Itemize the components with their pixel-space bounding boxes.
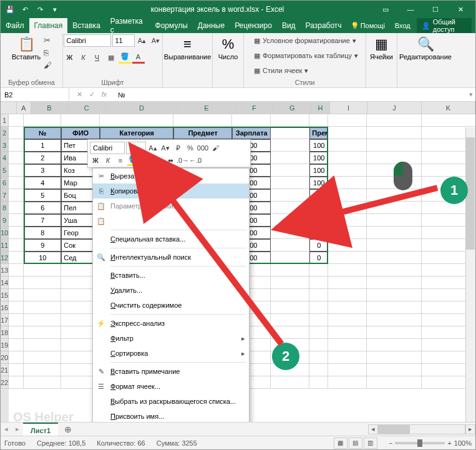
cell[interactable]: 100 — [309, 139, 328, 152]
font-size-combo[interactable]: 11 — [112, 34, 135, 47]
redo-icon[interactable]: ↷ — [33, 2, 47, 16]
cell[interactable] — [271, 189, 309, 202]
underline-button[interactable]: Ч — [91, 51, 104, 64]
cell[interactable] — [24, 314, 61, 326]
cell[interactable] — [328, 376, 367, 389]
format-painter-icon[interactable]: 🖌 — [44, 59, 52, 71]
cell[interactable] — [422, 114, 475, 127]
cell[interactable]: 7 — [24, 214, 61, 227]
add-sheet-icon[interactable]: ⊕ — [58, 424, 78, 434]
share-button[interactable]: 👤 Общий доступ — [417, 18, 472, 33]
cell[interactable] — [328, 289, 367, 301]
cell[interactable] — [309, 326, 328, 339]
cell[interactable] — [328, 364, 367, 376]
context-menu-item[interactable]: Удалить... — [93, 283, 249, 298]
cell[interactable] — [271, 127, 309, 139]
cancel-formula-icon[interactable]: ✕ — [74, 90, 84, 99]
cell[interactable] — [328, 351, 367, 364]
minimize-icon[interactable]: — — [398, 1, 423, 18]
expand-formula-icon[interactable]: ▾ — [467, 90, 475, 99]
cell[interactable]: Категория — [100, 127, 173, 139]
cell[interactable]: 100 — [309, 214, 328, 227]
context-menu-item[interactable]: 📋Параметры вставки: — [93, 198, 249, 213]
font-color-button[interactable]: A — [132, 51, 145, 64]
cell[interactable] — [24, 114, 61, 127]
col-header[interactable]: K — [422, 102, 475, 114]
cell[interactable] — [309, 351, 328, 364]
tell-me[interactable]: 💡 Помощі — [347, 22, 389, 30]
cell[interactable] — [9, 301, 24, 314]
col-header[interactable]: G — [273, 102, 311, 114]
mini-bold-icon[interactable]: Ж — [90, 155, 101, 166]
font-shrink-icon[interactable]: A▾ — [150, 34, 162, 47]
cell[interactable] — [367, 376, 422, 389]
cell[interactable] — [328, 214, 367, 227]
cell[interactable] — [328, 127, 367, 139]
cell[interactable] — [9, 276, 24, 289]
row-header[interactable]: 22 — [1, 376, 9, 389]
cell[interactable] — [271, 376, 309, 389]
cell[interactable]: 0 — [309, 239, 328, 252]
cell[interactable]: 8 — [24, 227, 61, 239]
row-header[interactable]: 2 — [1, 127, 9, 139]
cell[interactable] — [309, 364, 328, 376]
context-menu-item[interactable]: 🔍Интеллектуальный поиск — [93, 250, 249, 265]
cell[interactable] — [309, 264, 328, 276]
number-button[interactable]: %Число — [213, 34, 243, 62]
cell[interactable]: 9 — [24, 239, 61, 252]
cell[interactable] — [24, 364, 61, 376]
row-header[interactable]: 16 — [1, 301, 9, 314]
cell[interactable]: 10 — [24, 252, 61, 264]
view-layout-icon[interactable]: ▤ — [349, 438, 362, 449]
context-menu-item[interactable]: ☰Формат ячеек... — [93, 379, 249, 394]
cell[interactable] — [9, 326, 24, 339]
mini-italic-icon[interactable]: К — [102, 155, 114, 166]
cell[interactable] — [367, 301, 422, 314]
cell[interactable] — [9, 239, 24, 252]
bold-button[interactable]: Ж — [64, 51, 76, 64]
row-header[interactable]: 7 — [1, 189, 9, 202]
col-header[interactable]: F — [236, 102, 274, 114]
cell[interactable] — [61, 114, 100, 127]
mini-currency-icon[interactable]: ₽ — [172, 142, 183, 154]
cell[interactable]: 0 — [309, 202, 328, 214]
mini-align-icon[interactable]: ≡ — [115, 155, 126, 166]
cell[interactable] — [367, 276, 422, 289]
cells-button[interactable]: ▦Ячейки — [367, 34, 397, 62]
cell[interactable] — [9, 214, 24, 227]
cell[interactable] — [271, 227, 309, 239]
col-header[interactable]: B — [31, 102, 68, 114]
cell[interactable] — [309, 301, 328, 314]
formula-input[interactable]: № — [114, 91, 467, 99]
cell[interactable]: 3 — [24, 164, 61, 177]
sheet-nav-prev-icon[interactable]: ◂ — [1, 425, 12, 433]
row-header[interactable]: 6 — [1, 177, 9, 189]
row-header[interactable]: 11 — [1, 239, 9, 252]
conditional-formatting[interactable]: ▦ Условное форматирование ▾ — [251, 34, 356, 47]
cell[interactable] — [9, 227, 24, 239]
cell[interactable] — [328, 276, 367, 289]
tab-home[interactable]: Главная — [29, 18, 68, 33]
col-header[interactable]: H — [311, 102, 329, 114]
border-button[interactable]: ▦ — [105, 51, 117, 64]
cell[interactable] — [367, 152, 422, 164]
cell[interactable] — [9, 364, 24, 376]
select-all-corner[interactable] — [1, 102, 17, 114]
mini-font-size[interactable]: 11 — [126, 142, 146, 154]
cell[interactable] — [367, 252, 422, 264]
cell[interactable] — [309, 289, 328, 301]
context-menu-item[interactable]: Очистить содержимое — [93, 298, 249, 313]
cell[interactable] — [367, 326, 422, 339]
cell[interactable] — [367, 227, 422, 239]
cell[interactable] — [9, 114, 24, 127]
italic-button[interactable]: К — [77, 51, 90, 64]
cell[interactable] — [24, 351, 61, 364]
cell[interactable] — [9, 139, 24, 152]
cell[interactable] — [367, 214, 422, 227]
tab-developer[interactable]: Разработч — [301, 18, 347, 33]
row-header[interactable]: 4 — [1, 152, 9, 164]
maximize-icon[interactable]: ☐ — [423, 1, 448, 18]
cell[interactable]: Предмет — [173, 127, 232, 139]
cell[interactable] — [328, 114, 367, 127]
cell[interactable] — [328, 264, 367, 276]
